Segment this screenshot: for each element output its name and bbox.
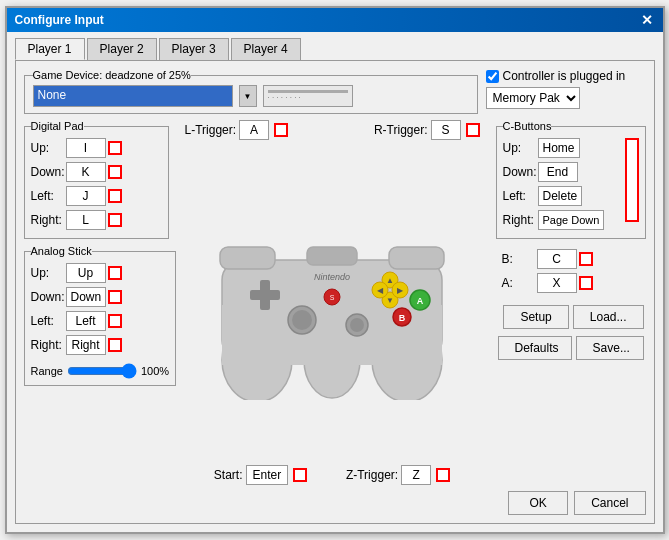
r-trigger-record[interactable] xyxy=(466,123,480,137)
l-trigger-record[interactable] xyxy=(274,123,288,137)
c-down-row: Down: End xyxy=(503,162,623,182)
defaults-button[interactable]: Defaults xyxy=(498,336,572,360)
right-top-controls: Controller is plugged in Memory Pak Rumb… xyxy=(486,69,646,109)
svg-rect-6 xyxy=(389,247,444,269)
c-down-key[interactable]: End xyxy=(538,162,578,182)
start-z-row: Start: Enter Z-Trigger: Z xyxy=(175,465,490,485)
memory-pak-select[interactable]: Memory Pak Rumble Pak None xyxy=(486,87,580,109)
analog-right-label: Right: xyxy=(31,338,66,352)
dpad-left-row: Left: J xyxy=(31,186,162,206)
middle-section: Digital Pad Up: I Down: K xyxy=(24,120,646,485)
controller-image: ▲ ▼ ◀ ▶ A B S xyxy=(202,144,462,461)
start-record[interactable] xyxy=(293,468,307,482)
analog-up-row: Up: Up xyxy=(31,263,170,283)
analog-right-key[interactable]: Right xyxy=(66,335,106,355)
game-device-row: None ▼ · · · · · · · · xyxy=(33,85,469,107)
cancel-button[interactable]: Cancel xyxy=(574,491,645,515)
c-down-label: Down: xyxy=(503,165,538,179)
analog-down-row: Down: Down xyxy=(31,287,170,307)
c-left-key[interactable]: Delete xyxy=(538,186,583,206)
z-trigger-record[interactable] xyxy=(436,468,450,482)
svg-text:◀: ◀ xyxy=(377,286,384,295)
c-up-row: Up: Home xyxy=(503,138,623,158)
analog-left-key[interactable]: Left xyxy=(66,311,106,331)
dpad-down-key[interactable]: K xyxy=(66,162,106,182)
tab-player1[interactable]: Player 1 xyxy=(15,38,85,60)
analog-up-record[interactable] xyxy=(108,266,122,280)
analog-right-record[interactable] xyxy=(108,338,122,352)
b-button-record[interactable] xyxy=(579,252,593,266)
digital-pad-title: Digital Pad xyxy=(31,120,84,132)
game-device-arrow[interactable]: ▼ xyxy=(239,85,257,107)
device-slider[interactable]: · · · · · · · · xyxy=(263,85,353,107)
c-buttons-record-group[interactable] xyxy=(625,138,639,222)
dpad-down-record[interactable] xyxy=(108,165,122,179)
right-panel: C-Buttons Up: Home Down: End xyxy=(496,120,646,485)
svg-point-28 xyxy=(350,318,364,332)
close-button[interactable]: ✕ xyxy=(639,12,655,28)
action-buttons-area: Setup Load... Defaults Save... xyxy=(496,305,646,360)
ba-buttons-area: B: C A: X xyxy=(496,245,646,299)
svg-text:▶: ▶ xyxy=(397,286,404,295)
tab-player3[interactable]: Player 3 xyxy=(159,38,229,60)
dpad-up-key[interactable]: I xyxy=(66,138,106,158)
c-buttons-group: C-Buttons Up: Home Down: End xyxy=(496,120,646,239)
b-button-key[interactable]: C xyxy=(537,249,577,269)
svg-text:A: A xyxy=(417,296,424,306)
b-button-label: B: xyxy=(502,252,537,266)
controller-plugged-checkbox[interactable] xyxy=(486,70,499,83)
dpad-right-record[interactable] xyxy=(108,213,122,227)
title-bar: Configure Input ✕ xyxy=(7,8,663,32)
c-up-key[interactable]: Home xyxy=(538,138,580,158)
l-trigger-label: L-Trigger: xyxy=(185,123,237,137)
svg-rect-7 xyxy=(307,247,357,265)
analog-down-record[interactable] xyxy=(108,290,122,304)
svg-text:Nintendo: Nintendo xyxy=(314,272,350,282)
range-slider[interactable] xyxy=(67,363,137,379)
analog-left-record[interactable] xyxy=(108,314,122,328)
c-left-row: Left: Delete xyxy=(503,186,623,206)
svg-text:B: B xyxy=(399,313,406,323)
c-right-row: Right: Page Down xyxy=(503,210,623,230)
r-trigger-group: R-Trigger: S xyxy=(374,120,480,140)
dpad-up-record[interactable] xyxy=(108,141,122,155)
c-right-key[interactable]: Page Down xyxy=(538,210,605,230)
dpad-left-record[interactable] xyxy=(108,189,122,203)
a-button-row: A: X xyxy=(502,273,640,293)
dpad-left-key[interactable]: J xyxy=(66,186,106,206)
load-button[interactable]: Load... xyxy=(573,305,644,329)
l-trigger-key[interactable]: A xyxy=(239,120,269,140)
z-trigger-label: Z-Trigger: xyxy=(346,468,398,482)
dpad-right-key[interactable]: L xyxy=(66,210,106,230)
analog-stick-title: Analog Stick xyxy=(31,245,92,257)
dpad-right-row: Right: L xyxy=(31,210,162,230)
game-device-select[interactable]: None xyxy=(33,85,233,107)
a-button-record[interactable] xyxy=(579,276,593,290)
svg-text:S: S xyxy=(330,294,335,301)
analog-up-key[interactable]: Up xyxy=(66,263,106,283)
start-key[interactable]: Enter xyxy=(246,465,289,485)
a-button-key[interactable]: X xyxy=(537,273,577,293)
analog-down-key[interactable]: Down xyxy=(66,287,107,307)
c-buttons-title: C-Buttons xyxy=(503,120,552,132)
range-label: Range xyxy=(31,365,63,377)
start-group: Start: Enter xyxy=(214,465,307,485)
controller-svg: ▲ ▼ ◀ ▶ A B S xyxy=(202,205,462,400)
setup-button[interactable]: Setup xyxy=(503,305,568,329)
tab-player2[interactable]: Player 2 xyxy=(87,38,157,60)
tab-player4[interactable]: Player 4 xyxy=(231,38,301,60)
c-left-label: Left: xyxy=(503,189,538,203)
r-trigger-key[interactable]: S xyxy=(431,120,461,140)
memory-pak-row: Memory Pak Rumble Pak None xyxy=(486,87,580,109)
save-button[interactable]: Save... xyxy=(576,336,644,360)
trigger-row: L-Trigger: A R-Trigger: S xyxy=(175,120,490,140)
c-up-label: Up: xyxy=(503,141,538,155)
z-trigger-key[interactable]: Z xyxy=(401,465,431,485)
top-section: Game Device: deadzone of 25% None ▼ · · … xyxy=(24,69,646,114)
controller-plugged-label: Controller is plugged in xyxy=(503,69,626,83)
dialog-buttons: OK Cancel xyxy=(24,491,646,515)
analog-left-row: Left: Left xyxy=(31,311,170,331)
dpad-down-label: Down: xyxy=(31,165,66,179)
l-trigger-group: L-Trigger: A xyxy=(185,120,289,140)
ok-button[interactable]: OK xyxy=(508,491,568,515)
